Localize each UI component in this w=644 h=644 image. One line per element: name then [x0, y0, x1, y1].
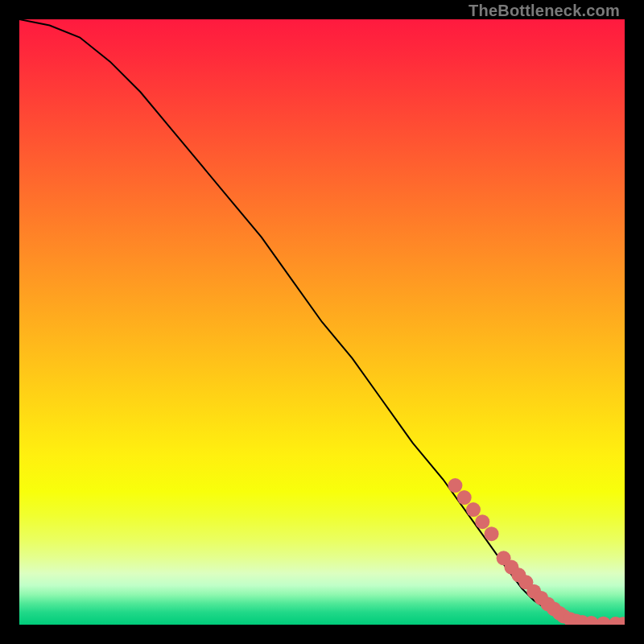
- chart-plot-area: [19, 19, 625, 625]
- data-point-marker: [457, 490, 472, 505]
- data-point-marker: [475, 514, 489, 529]
- data-point-marker: [485, 526, 499, 541]
- data-point-marker: [448, 478, 462, 493]
- chart-svg: [19, 19, 625, 625]
- data-point-marker: [466, 502, 481, 517]
- watermark-text: TheBottleneck.com: [469, 2, 620, 20]
